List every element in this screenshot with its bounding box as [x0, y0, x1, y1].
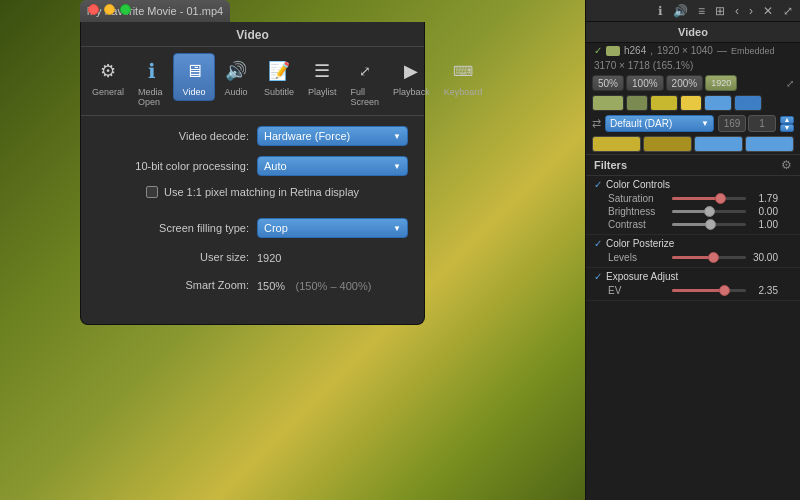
contrast-slider[interactable]: [672, 223, 746, 226]
filters-gear-icon[interactable]: ⚙: [781, 158, 792, 172]
toolbar-keyboard[interactable]: ⌨ Keyboard: [437, 53, 490, 101]
toolbar-subtitle[interactable]: 📝 Subtitle: [257, 53, 301, 101]
brightness-label: Brightness: [608, 206, 668, 217]
pixel-matching-label: Use 1:1 pixel matching in Retina display: [164, 186, 359, 198]
chevron-left-icon[interactable]: ‹: [732, 3, 742, 19]
swap-icon: ⇄: [592, 117, 601, 130]
brightness-thumb[interactable]: [704, 206, 715, 217]
levels-value: 30.00: [750, 252, 778, 263]
toolbar-playlist[interactable]: ☰ Playlist: [301, 53, 344, 101]
x-icon[interactable]: ✕: [760, 3, 776, 19]
playlist-icon: ☰: [308, 57, 336, 85]
dar-select[interactable]: Default (DAR) ▼: [605, 115, 714, 132]
ev-fill: [672, 289, 724, 292]
color-btn-blue[interactable]: [704, 95, 732, 111]
right-panel: ℹ 🔊 ≡ ⊞ ‹ › ✕ ⤢ Video ✓ h264 , 1920 × 10…: [585, 0, 800, 500]
fullscreen-icon: ⤢: [351, 57, 379, 85]
audio-label: Audio: [225, 87, 248, 97]
video-decode-control: Hardware (Force) ▼: [257, 126, 408, 146]
ev-thumb[interactable]: [719, 285, 730, 296]
saturation-thumb[interactable]: [715, 193, 726, 204]
filters-header: Filters ⚙: [586, 154, 800, 176]
ev-slider[interactable]: [672, 289, 746, 292]
media-open-icon: ℹ: [138, 57, 166, 85]
zoom-1920-button[interactable]: 1920: [705, 75, 737, 91]
audio-icon: 🔊: [222, 57, 250, 85]
cr2-btn-2[interactable]: [643, 136, 692, 152]
color-btns-row: [586, 93, 800, 113]
smart-zoom-label: Smart Zoom:: [97, 279, 257, 291]
toolbar-video[interactable]: 🖥 Video: [173, 53, 215, 101]
cr2-btn-4[interactable]: [745, 136, 794, 152]
color-processing-select[interactable]: Auto ▼: [257, 156, 408, 176]
playback-icon: ▶: [397, 57, 425, 85]
brightness-slider[interactable]: [672, 210, 746, 213]
dash-text: —: [717, 45, 727, 56]
color-row-2: [586, 134, 800, 154]
toolbar-fullscreen[interactable]: ⤢ Full Screen: [344, 53, 387, 111]
exposure-check-icon: ✓: [594, 271, 602, 282]
levels-label: Levels: [608, 252, 668, 263]
info-icon[interactable]: ℹ: [655, 3, 666, 19]
filter-group-color-controls-title: ✓ Color Controls: [594, 179, 792, 190]
smart-zoom-value: 150%: [257, 280, 285, 292]
zoom-50-button[interactable]: 50%: [592, 75, 624, 91]
toolbar-general[interactable]: ⚙ General: [85, 53, 131, 101]
color-btn-dark-green[interactable]: [626, 95, 648, 111]
embedded-badge: Embedded: [731, 46, 775, 56]
audio-right-icon[interactable]: 🔊: [670, 3, 691, 19]
subtitle-icon: 📝: [265, 57, 293, 85]
cr2-btn-1[interactable]: [592, 136, 641, 152]
cr2-btn-3[interactable]: [694, 136, 743, 152]
saturation-slider[interactable]: [672, 197, 746, 200]
close-button[interactable]: [88, 4, 99, 15]
keyboard-icon: ⌨: [449, 57, 477, 85]
contrast-value: 1.00: [750, 219, 778, 230]
toolbar-media-open[interactable]: ℹ Media Open: [131, 53, 173, 111]
dar-arrows: ▲ ▼: [780, 116, 794, 132]
color-processing-row: 10-bit color processing: Auto ▼: [97, 156, 408, 176]
video-decode-label: Video decode:: [97, 130, 257, 142]
contrast-row: Contrast 1.00: [594, 218, 792, 231]
contrast-thumb[interactable]: [705, 219, 716, 230]
color-processing-label: 10-bit color processing:: [97, 160, 257, 172]
color-btn-dark-blue[interactable]: [734, 95, 762, 111]
toolbar-playback[interactable]: ▶ Playback: [386, 53, 437, 101]
dar-val1[interactable]: 169: [718, 115, 746, 132]
filter-group-exposure: ✓ Exposure Adjust EV 2.35: [586, 268, 800, 301]
saturation-value: 1.79: [750, 193, 778, 204]
smart-zoom-control: 150% (150% – 400%): [257, 276, 408, 294]
color-btn-bright-yellow[interactable]: [680, 95, 702, 111]
chevron-right-icon[interactable]: ›: [746, 3, 756, 19]
screen-filling-select[interactable]: Crop ▼: [257, 218, 408, 238]
user-size-label: User size:: [97, 251, 257, 263]
zoom-200-button[interactable]: 200%: [666, 75, 704, 91]
brightness-row: Brightness 0.00: [594, 205, 792, 218]
saturation-row: Saturation 1.79: [594, 192, 792, 205]
levels-row: Levels 30.00: [594, 251, 792, 264]
pixel-matching-checkbox[interactable]: [146, 186, 158, 198]
user-size-value: 1920: [257, 252, 281, 264]
filter-group-posterize-title: ✓ Color Posterize: [594, 238, 792, 249]
fullscreen-right-icon[interactable]: ⤢: [780, 3, 796, 19]
levels-fill: [672, 256, 713, 259]
media-open-label: Media Open: [138, 87, 166, 107]
color-btn-green[interactable]: [592, 95, 624, 111]
dar-up-arrow[interactable]: ▲: [780, 116, 794, 124]
zoom-100-button[interactable]: 100%: [626, 75, 664, 91]
dimensions-row: 3170 × 1718 (165.1%): [586, 58, 800, 73]
posterize-check-icon: ✓: [594, 238, 602, 249]
zoom-button[interactable]: [120, 4, 131, 15]
levels-slider[interactable]: [672, 256, 746, 259]
video-icon: 🖥: [180, 57, 208, 85]
levels-thumb[interactable]: [708, 252, 719, 263]
color-btn-yellow[interactable]: [650, 95, 678, 111]
ev-row: EV 2.35: [594, 284, 792, 297]
toolbar-audio[interactable]: 🔊 Audio: [215, 53, 257, 101]
dar-down-arrow[interactable]: ▼: [780, 124, 794, 132]
grid-icon[interactable]: ⊞: [712, 3, 728, 19]
video-decode-select[interactable]: Hardware (Force) ▼: [257, 126, 408, 146]
minimize-button[interactable]: [104, 4, 115, 15]
list-icon[interactable]: ≡: [695, 3, 708, 19]
dar-val2[interactable]: 1: [748, 115, 776, 132]
